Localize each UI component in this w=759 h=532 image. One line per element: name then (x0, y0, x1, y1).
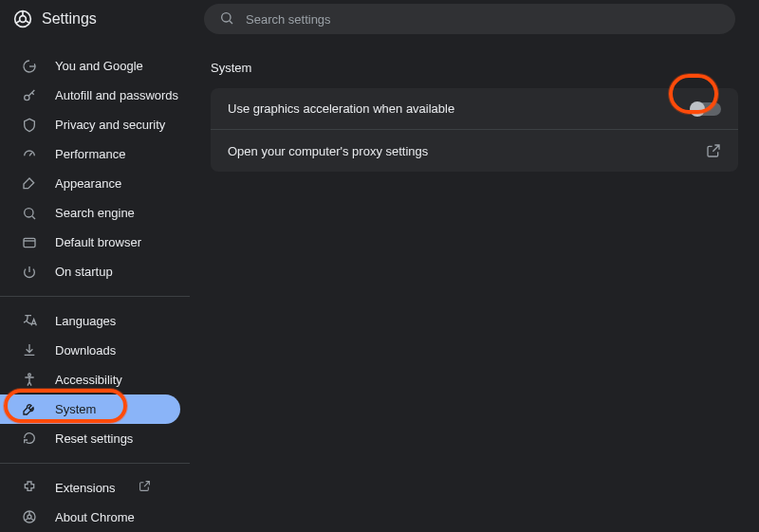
sidebar-item-label: Privacy and security (55, 118, 165, 132)
sidebar-item-label: Default browser (55, 235, 141, 249)
browser-icon (21, 234, 38, 251)
setting-label: Open your computer's proxy settings (228, 144, 428, 158)
svg-point-1 (20, 16, 27, 23)
sidebar-item-default-browser[interactable]: Default browser (0, 228, 180, 257)
wrench-icon (21, 400, 38, 417)
sidebar-item-label: Languages (55, 314, 116, 328)
svg-rect-7 (24, 238, 35, 247)
sidebar-item-search-engine[interactable]: Search engine (0, 198, 180, 228)
speedometer-icon (21, 146, 38, 163)
sidebar-item-system[interactable]: System (0, 394, 180, 424)
sidebar-item-appearance[interactable]: Appearance (0, 169, 180, 198)
svg-point-5 (25, 208, 33, 216)
sidebar-item-label: Performance (55, 147, 125, 161)
download-icon (21, 341, 38, 358)
sidebar-item-performance[interactable]: Performance (0, 139, 180, 169)
sidebar: You and Google Autofill and passwords Pr… (0, 38, 190, 532)
reset-icon (21, 430, 38, 447)
svg-line-6 (32, 216, 35, 219)
sidebar-item-label: Reset settings (55, 431, 133, 446)
sidebar-item-reset[interactable]: Reset settings (0, 424, 180, 453)
power-icon (21, 264, 38, 281)
search-input[interactable] (246, 12, 720, 27)
sidebar-item-you-and-google[interactable]: You and Google (0, 51, 180, 81)
sidebar-item-accessibility[interactable]: Accessibility (0, 365, 180, 394)
accessibility-icon (21, 371, 38, 388)
sidebar-item-label: Appearance (55, 176, 121, 191)
graphics-acceleration-toggle[interactable] (691, 102, 721, 116)
chrome-logo-icon (13, 9, 32, 28)
svg-point-2 (222, 12, 231, 21)
shield-icon (21, 117, 38, 134)
sidebar-item-on-startup[interactable]: On startup (0, 257, 180, 286)
sidebar-item-downloads[interactable]: Downloads (0, 336, 180, 365)
open-in-new-icon (706, 143, 721, 158)
sidebar-item-label: About Chrome (55, 510, 135, 524)
sidebar-item-label: System (55, 402, 96, 416)
sidebar-item-extensions[interactable]: Extensions (0, 473, 180, 503)
svg-point-11 (28, 515, 31, 519)
extension-icon (21, 479, 38, 496)
sidebar-item-about-chrome[interactable]: About Chrome (0, 503, 180, 532)
sidebar-item-label: Downloads (55, 343, 116, 358)
svg-point-4 (25, 95, 29, 100)
sidebar-item-label: Autofill and passwords (55, 88, 178, 102)
sidebar-item-label: You and Google (55, 59, 143, 73)
palette-icon (21, 175, 38, 193)
main-content: System Use graphics acceleration when av… (190, 38, 759, 532)
setting-row-proxy-settings[interactable]: Open your computer's proxy settings (211, 129, 738, 172)
key-icon (21, 87, 38, 104)
svg-point-9 (28, 374, 31, 376)
open-in-new-icon (139, 480, 151, 495)
sidebar-item-autofill[interactable]: Autofill and passwords (0, 81, 180, 110)
settings-card: Use graphics acceleration when available… (211, 88, 738, 172)
sidebar-item-label: Accessibility (55, 373, 122, 387)
globe-icon (21, 312, 38, 329)
page-title: Settings (42, 10, 97, 28)
search-icon (21, 205, 38, 222)
search-bar[interactable] (204, 4, 735, 34)
setting-row-graphics-acceleration: Use graphics acceleration when available (211, 88, 738, 129)
sidebar-divider (0, 296, 190, 297)
setting-label: Use graphics acceleration when available (228, 101, 454, 116)
sidebar-item-label: Extensions (55, 481, 116, 495)
search-icon (219, 10, 234, 28)
sidebar-item-label: On startup (55, 265, 113, 279)
sidebar-divider (0, 463, 190, 464)
sidebar-item-privacy[interactable]: Privacy and security (0, 110, 180, 139)
google-icon (21, 58, 38, 75)
sidebar-item-label: Search engine (55, 206, 135, 220)
svg-line-3 (230, 21, 232, 24)
chrome-icon (21, 508, 38, 525)
sidebar-item-languages[interactable]: Languages (0, 306, 180, 336)
section-title: System (211, 61, 738, 75)
toggle-knob (690, 101, 705, 117)
